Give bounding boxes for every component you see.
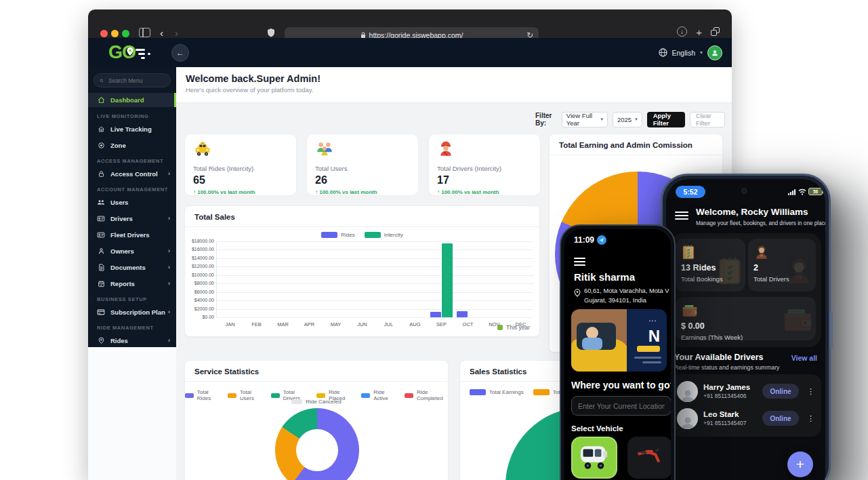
- menu-icon[interactable]: [574, 258, 585, 266]
- address-line2: Gujarat, 394101, India: [584, 297, 646, 304]
- sidebar-item-live-tracking[interactable]: Live Tracking: [88, 122, 176, 136]
- driver-info: Leo Stark+91 8511345407: [703, 410, 746, 426]
- sidebar-item-label: Reports: [110, 280, 135, 287]
- promo-banner[interactable]: N •••: [571, 309, 667, 372]
- legend-label: Intercity: [384, 232, 403, 238]
- sidebar-item-documents[interactable]: Documents›: [88, 260, 176, 274]
- gridline: [217, 266, 533, 267]
- rider-phone: 11:09 Ritik sharma 60,61, Mota Varachha,…: [560, 224, 676, 480]
- driver-row[interactable]: Harry James+91 8511345406Online⋮: [674, 378, 817, 405]
- legend-swatch: [185, 393, 194, 398]
- legend-swatch: [271, 393, 280, 398]
- signal-icon: [788, 189, 795, 195]
- sidebar-item-rides[interactable]: Rides›: [88, 334, 176, 347]
- gridline: [217, 241, 533, 242]
- browser-sidebar-toggle-icon[interactable]: [139, 28, 150, 37]
- stat-value: 26: [315, 174, 410, 186]
- sidebar-item-drivers[interactable]: Drivers›: [88, 212, 176, 225]
- downloads-icon[interactable]: ↓: [677, 26, 687, 37]
- chevron-down-icon: ▾: [635, 117, 638, 122]
- driver-phone: +91 8511345407: [703, 420, 746, 426]
- zoom-window-button[interactable]: [122, 30, 129, 37]
- sidebar-item-subscription-plan[interactable]: Subscription Plan›: [88, 305, 176, 319]
- online-status-pill[interactable]: Online: [762, 411, 799, 426]
- new-tab-icon[interactable]: +: [696, 27, 702, 37]
- stat-label: Total Rides (Intercity): [193, 165, 288, 172]
- phone-welcome-title: Welcome, Rocky Williams: [696, 207, 808, 217]
- forward-icon[interactable]: ›: [175, 28, 178, 38]
- gridline: [217, 258, 533, 259]
- sidebar-item-reports[interactable]: Reports›: [88, 277, 176, 290]
- apply-filter-button[interactable]: Apply Filter: [647, 112, 685, 127]
- speed-dash: [148, 53, 150, 55]
- address-line1: 60,61, Mota Varachha, Mota V: [584, 287, 671, 294]
- drivers-panel: Harry James+91 8511345406Online⋮Leo Star…: [670, 374, 821, 437]
- globe-icon[interactable]: [659, 48, 667, 57]
- driver-row[interactable]: Leo Stark+91 8511345407Online⋮: [674, 405, 817, 432]
- x-tick-label: MAY: [323, 321, 349, 327]
- sidebar-item-owners[interactable]: Owners›: [88, 244, 176, 258]
- sidebar-item-label: Live Tracking: [110, 125, 152, 133]
- vehicle-option-e-rikshaw[interactable]: [571, 437, 617, 479]
- stat-delta: ↑ 100.00% vs last month: [437, 189, 532, 195]
- shield-icon[interactable]: [267, 28, 275, 37]
- service-statistics-card: Service Statistics Total RidesTotal User…: [184, 360, 449, 480]
- vehicle-option-two-wheeler[interactable]: [627, 437, 671, 479]
- bar-rides-sep: [430, 312, 441, 317]
- period-select[interactable]: View Full Year▾: [562, 112, 608, 127]
- sidebar-section-ride-management: RIDE MANAGEMENT: [97, 325, 176, 331]
- y-tick-label: $4000.00: [187, 298, 214, 302]
- stat-icon-taxi: [193, 141, 288, 160]
- service-statistics-title: Service Statistics: [185, 361, 448, 382]
- stat-delta: ↑ 100.00% vs last month: [193, 189, 288, 195]
- kebab-menu-icon[interactable]: ⋮: [807, 387, 814, 396]
- chevron-right-icon: ›: [168, 308, 170, 315]
- stat-label: Total Users: [315, 165, 410, 172]
- tab-overview-icon[interactable]: [711, 27, 720, 37]
- sidebar-item-fleet-drivers[interactable]: Fleet Drivers: [88, 228, 176, 241]
- chevron-right-icon: ›: [168, 170, 170, 177]
- chevron-right-icon: ›: [168, 337, 170, 344]
- stat-card-1: Total Rides (Intercity)65↑ 100.00% vs la…: [184, 134, 297, 196]
- report-icon: [97, 279, 105, 287]
- total-sales-card: Total Sales RidesIntercity $18000.00$160…: [184, 205, 540, 337]
- clear-filter-button[interactable]: Clear Filter: [690, 112, 725, 127]
- page-subtitle: Here's quick overview of your platform t…: [186, 86, 732, 94]
- bike-icon: [633, 443, 667, 472]
- add-driver-fab[interactable]: +: [787, 452, 813, 477]
- kebab-menu-icon[interactable]: ⋮: [807, 414, 814, 423]
- sidebar-item-dashboard[interactable]: Dashboard: [88, 93, 176, 107]
- sidebar-item-label: Zone: [110, 142, 126, 149]
- minimize-window-button[interactable]: [111, 30, 119, 37]
- earning-commission-title: Total Earning and Admin Comission: [550, 134, 722, 155]
- this-year-swatch: [497, 325, 503, 330]
- stat-label: Total Drivers (Intercity): [437, 165, 532, 172]
- sidebar-item-label: Documents: [110, 264, 146, 271]
- sidebar-collapse-button[interactable]: ←: [171, 44, 189, 62]
- sidebar-item-access-control[interactable]: Access Control›: [88, 167, 176, 180]
- sidebar-item-zone[interactable]: Zone: [88, 138, 176, 152]
- year-select[interactable]: 2025▾: [613, 112, 642, 127]
- sidebar-item-users[interactable]: Users: [88, 195, 176, 209]
- service-legend-row2: Ride Canceled: [185, 399, 448, 405]
- back-icon[interactable]: ‹: [160, 28, 163, 38]
- view-all-link[interactable]: View all: [791, 354, 817, 362]
- select-vehicle-heading: Select Vehicle: [571, 424, 623, 433]
- sidebar-search[interactable]: [94, 73, 171, 87]
- phone-stat-card-1: 13 RidesTotal Bookings: [676, 239, 745, 292]
- menu-icon[interactable]: [675, 212, 688, 220]
- y-tick-label: $10000.00: [187, 273, 214, 277]
- gridline: [217, 300, 533, 301]
- bar-intercity-sep: [442, 243, 453, 318]
- sidebar-item-label: Drivers: [110, 215, 133, 222]
- legend-item: Rides: [321, 232, 354, 238]
- search-input[interactable]: [107, 77, 165, 85]
- current-location-input[interactable]: [571, 396, 671, 416]
- sidebar-item-label: Rides: [110, 337, 128, 344]
- language-selector[interactable]: English: [672, 49, 695, 57]
- close-window-button[interactable]: [100, 30, 108, 37]
- x-tick-label: JUL: [375, 321, 402, 327]
- stat-card-2: Total Users26↑ 100.00% vs last month: [306, 134, 419, 196]
- user-avatar[interactable]: [707, 45, 722, 60]
- online-status-pill[interactable]: Online: [762, 384, 799, 399]
